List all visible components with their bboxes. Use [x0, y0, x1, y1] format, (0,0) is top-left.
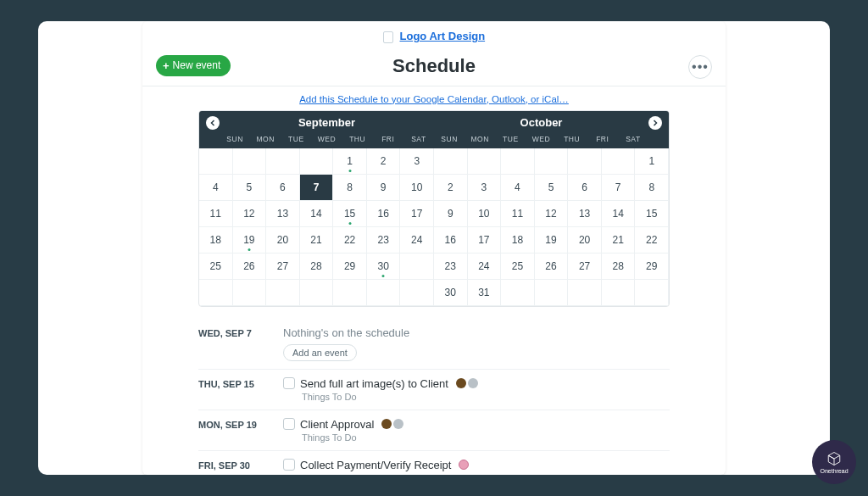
calendar-day[interactable]: 17	[468, 227, 502, 254]
calendar-day[interactable]: 16	[367, 201, 401, 227]
calendar-day[interactable]: 12	[233, 201, 267, 227]
calendar-day[interactable]: 18	[199, 227, 233, 254]
calendar-day	[535, 148, 569, 175]
new-event-button[interactable]: + New event	[156, 55, 231, 76]
calendar-day[interactable]: 12	[535, 201, 569, 227]
calendar-day[interactable]: 29	[333, 254, 367, 280]
calendar-day[interactable]: 17	[400, 201, 434, 227]
calendar-day[interactable]: 9	[434, 201, 468, 227]
task-checkbox[interactable]	[283, 459, 295, 471]
new-event-label: New event	[173, 59, 221, 71]
calendar-day[interactable]: 26	[535, 254, 569, 280]
calendar-day[interactable]: 30	[367, 254, 401, 280]
event-dot	[382, 275, 385, 277]
plus-icon: +	[163, 59, 170, 72]
task-category: Things To Do	[302, 392, 670, 402]
weekday-header: MON	[250, 135, 281, 143]
calendar-day[interactable]: 10	[400, 175, 434, 201]
calendar-day[interactable]: 3	[468, 175, 502, 201]
calendar-day	[266, 148, 300, 175]
event-body: Send full art image(s) to ClientThings T…	[283, 377, 670, 402]
calendar-day	[501, 280, 535, 306]
event-body: Client ApprovalThings To Do	[283, 418, 670, 443]
calendar-day	[400, 280, 434, 306]
calendar-day[interactable]: 5	[535, 175, 569, 201]
event-date: THU, SEP 15	[198, 377, 283, 402]
calendar-day[interactable]: 18	[501, 227, 535, 254]
calendar-day[interactable]: 6	[568, 175, 602, 201]
calendar-day[interactable]: 3	[400, 148, 434, 175]
calendar-day[interactable]: 26	[233, 254, 267, 280]
event-row: THU, SEP 15Send full art image(s) to Cli…	[198, 369, 670, 410]
task-checkbox[interactable]	[283, 418, 295, 430]
calendar-day[interactable]: 24	[468, 254, 502, 280]
add-event-button[interactable]: Add an event	[283, 344, 357, 361]
calendar-day[interactable]: 11	[501, 201, 535, 227]
calendar-day[interactable]: 7	[300, 175, 334, 201]
calendar-day[interactable]: 28	[300, 254, 334, 280]
calendar-day[interactable]: 25	[199, 254, 233, 280]
calendar-day	[233, 280, 267, 306]
calendar-day[interactable]: 9	[367, 175, 401, 201]
chevron-right-icon	[652, 120, 659, 126]
calendar-day[interactable]: 7	[602, 175, 636, 201]
calendar-day[interactable]: 23	[434, 254, 468, 280]
calendar-day	[568, 280, 602, 306]
calendar-day	[635, 280, 669, 306]
calendar-day[interactable]: 15	[333, 201, 367, 227]
calendar-day[interactable]: 6	[266, 175, 300, 201]
calendar-day[interactable]: 1	[635, 148, 669, 175]
calendar-day	[367, 280, 401, 306]
calendar-day[interactable]: 13	[568, 201, 602, 227]
event-date: FRI, SEP 30	[198, 459, 283, 475]
calendar-day[interactable]: 14	[602, 201, 636, 227]
calendar-day	[535, 280, 569, 306]
calendar-day[interactable]: 2	[367, 148, 401, 175]
calendar-day[interactable]: 13	[266, 201, 300, 227]
calendar-day[interactable]: 21	[602, 227, 636, 254]
calendar-day[interactable]: 23	[367, 227, 401, 254]
calendar-day[interactable]: 20	[266, 227, 300, 254]
calendar-day[interactable]: 27	[266, 254, 300, 280]
task-title[interactable]: Collect Payment/Verify Receipt	[300, 459, 451, 471]
calendar-day[interactable]: 15	[635, 201, 669, 227]
calendar-day[interactable]: 27	[568, 254, 602, 280]
calendar-day[interactable]: 5	[233, 175, 267, 201]
calendar-day[interactable]: 19	[535, 227, 569, 254]
calendar-day[interactable]: 29	[635, 254, 669, 280]
calendar-day[interactable]: 22	[635, 227, 669, 254]
calendar-day[interactable]: 4	[199, 175, 233, 201]
calendar-day[interactable]: 28	[602, 254, 636, 280]
calendar-day[interactable]: 24	[400, 227, 434, 254]
assignee-avatars	[459, 460, 469, 470]
calendar-day[interactable]: 2	[434, 175, 468, 201]
more-options-button[interactable]: •••	[688, 55, 712, 79]
calendar-day[interactable]: 8	[333, 175, 367, 201]
weekday-header: SUN	[220, 135, 250, 143]
calendar-day[interactable]: 25	[501, 254, 535, 280]
event-row: MON, SEP 19Client ApprovalThings To Do	[198, 410, 670, 450]
calendar-day[interactable]: 19	[233, 227, 267, 254]
calendar-day[interactable]: 21	[300, 227, 334, 254]
calendar-day[interactable]: 10	[468, 201, 502, 227]
weekday-header: WED	[311, 135, 342, 143]
project-link[interactable]: Logo Art Design	[400, 30, 486, 42]
calendar-day[interactable]: 11	[199, 201, 233, 227]
calendar-day[interactable]: 16	[434, 227, 468, 254]
next-month-button[interactable]	[648, 116, 662, 130]
calendar-sync-link[interactable]: Add this Schedule to your Google Calenda…	[299, 94, 569, 104]
task-title[interactable]: Client Approval	[300, 418, 374, 431]
calendar-day[interactable]: 8	[635, 175, 669, 201]
event-dot	[348, 170, 351, 172]
calendar-day[interactable]: 1	[333, 148, 367, 175]
calendar-day[interactable]: 4	[501, 175, 535, 201]
calendar-day[interactable]: 30	[434, 280, 468, 306]
calendar-day[interactable]: 31	[468, 280, 502, 306]
task-checkbox[interactable]	[283, 377, 295, 389]
calendar-day[interactable]: 14	[300, 201, 334, 227]
event-row: FRI, SEP 30Collect Payment/Verify Receip…	[198, 450, 670, 475]
task-title[interactable]: Send full art image(s) to Client	[300, 377, 448, 390]
prev-month-button[interactable]	[206, 116, 220, 130]
calendar-day[interactable]: 20	[568, 227, 602, 254]
calendar-day[interactable]: 22	[333, 227, 367, 254]
